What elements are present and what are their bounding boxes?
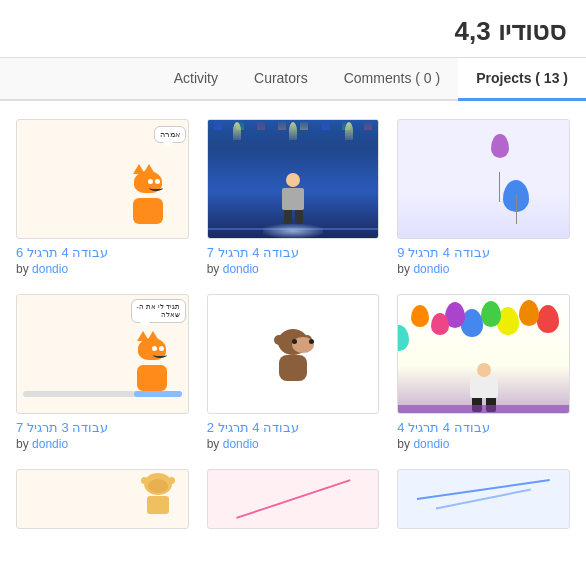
project-author-2: by dondio xyxy=(16,262,68,276)
project-title-2[interactable]: עבודה 4 תרגיל 6 xyxy=(16,245,108,260)
project-card-3: עבודה 4 תרגיל 4 by dondio xyxy=(397,294,570,451)
tab-comments[interactable]: Comments ( 0 ) xyxy=(326,58,458,101)
project-title-3[interactable]: עבודה 4 תרגיל 4 xyxy=(397,420,489,435)
svg-line-2 xyxy=(236,480,350,518)
speech-bubble-0: אמרה xyxy=(154,126,186,143)
page-header: סטודיו 4,3 Projects ( 13 ) Comments ( 0 … xyxy=(0,0,586,101)
project-title-4[interactable]: עבודה 4 תרגיל 2 xyxy=(207,420,299,435)
project-thumb-2[interactable]: אמרה xyxy=(16,119,189,239)
project-author-1: by dondio xyxy=(207,262,259,276)
project-thumb-4[interactable] xyxy=(207,294,380,414)
project-thumb-5[interactable]: תגיד לי את ה-שאלה xyxy=(16,294,189,414)
projects-grid-bottom xyxy=(0,469,586,553)
project-title-1[interactable]: עבודה 4 תרגיל 7 xyxy=(207,245,299,260)
project-thumb-bottom-1[interactable] xyxy=(207,469,380,529)
project-thumb-0[interactable] xyxy=(397,119,570,239)
project-author-link-5[interactable]: dondio xyxy=(32,437,68,451)
tab-activity[interactable]: Activity xyxy=(156,58,236,101)
speech-bubble-1: תגיד לי את ה-שאלה xyxy=(131,299,186,323)
projects-grid: עבודה 4 תרגיל 9 by dondio xyxy=(0,101,586,469)
project-thumb-bottom-0[interactable] xyxy=(397,469,570,529)
tabs-bar: Projects ( 13 ) Comments ( 0 ) Curators … xyxy=(0,58,586,101)
project-title-0[interactable]: עבודה 4 תרגיל 9 xyxy=(397,245,489,260)
project-thumb-3[interactable] xyxy=(397,294,570,414)
project-author-link-0[interactable]: dondio xyxy=(413,262,449,276)
project-author-link-4[interactable]: dondio xyxy=(223,437,259,451)
project-author-link-3[interactable]: dondio xyxy=(413,437,449,451)
project-author-3: by dondio xyxy=(397,437,449,451)
project-card-0: עבודה 4 תרגיל 9 by dondio xyxy=(397,119,570,276)
tab-projects[interactable]: Projects ( 13 ) xyxy=(458,58,586,101)
project-card-4: עבודה 4 תרגיל 2 by dondio xyxy=(207,294,380,451)
svg-line-1 xyxy=(436,490,531,509)
project-card-bottom-2 xyxy=(16,469,189,535)
project-author-4: by dondio xyxy=(207,437,259,451)
project-title-5[interactable]: עבודה 3 תרגיל 7 xyxy=(16,420,108,435)
project-author-link-2[interactable]: dondio xyxy=(32,262,68,276)
project-card-5: תגיד לי את ה-שאלה עבודה 3 תרגיל 7 by don… xyxy=(16,294,189,451)
project-author-link-1[interactable]: dondio xyxy=(223,262,259,276)
project-card-bottom-0 xyxy=(397,469,570,535)
project-thumb-bottom-2[interactable] xyxy=(16,469,189,529)
project-card-2: אמרה עבודה 4 תרגיל 6 by dondio xyxy=(16,119,189,276)
project-card-1: עבודה 4 תרגיל 7 by dondio xyxy=(207,119,380,276)
project-card-bottom-1 xyxy=(207,469,380,535)
project-thumb-1[interactable] xyxy=(207,119,380,239)
project-author-5: by dondio xyxy=(16,437,68,451)
page-title: סטודיו 4,3 xyxy=(20,16,566,47)
tab-curators[interactable]: Curators xyxy=(236,58,326,101)
project-author-0: by dondio xyxy=(397,262,449,276)
